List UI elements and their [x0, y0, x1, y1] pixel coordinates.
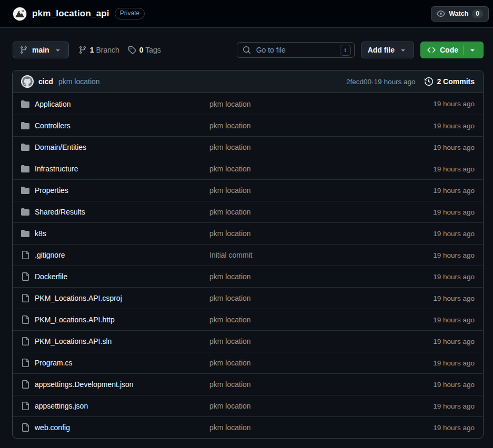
file-name[interactable]: Dockerfile [35, 272, 67, 281]
repo-avatar[interactable] [13, 7, 27, 21]
search-shortcut-hint: t [340, 45, 351, 56]
file-name-cell[interactable]: k8s [21, 229, 209, 238]
file-name-cell[interactable]: appsettings.Development.json [21, 380, 209, 389]
file-name-cell[interactable]: Properties [21, 186, 209, 195]
search-icon [243, 46, 251, 54]
table-row[interactable]: Domain/Entities pkm location 19 hours ag… [13, 136, 483, 158]
file-name[interactable]: Program.cs [35, 359, 73, 367]
file-name[interactable]: PKM_Locations.API.http [35, 315, 115, 324]
file-name[interactable]: Shared/Results [35, 208, 85, 216]
table-row[interactable]: .gitignore Initial commit 19 hours ago [13, 244, 483, 266]
latest-commit-bar: cicd pkm location 2fecd00 · 19 hours ago… [13, 70, 483, 93]
file-commit-message[interactable]: pkm location [209, 380, 433, 389]
commit-author-name[interactable]: cicd [38, 77, 53, 86]
code-button[interactable]: Code [420, 42, 484, 58]
file-name-cell[interactable]: PKM_Locations.API.sln [21, 337, 209, 345]
file-name[interactable]: Properties [35, 186, 68, 195]
file-commit-message[interactable]: pkm location [209, 208, 433, 216]
repo-toolbar: main 1 Branch 0 Tags t Add file [0, 28, 493, 58]
table-row[interactable]: PKM_Locations.API.csproj pkm location 19… [13, 287, 483, 309]
file-name[interactable]: k8s [35, 229, 46, 238]
file-icon [21, 337, 29, 345]
git-branch-icon [78, 46, 87, 54]
commit-message[interactable]: pkm location [58, 77, 100, 86]
branches-link[interactable]: 1 Branch [78, 46, 119, 54]
file-name-cell[interactable]: appsettings.json [21, 402, 209, 410]
file-updated-time: 19 hours ago [433, 381, 475, 389]
add-file-label: Add file [368, 46, 395, 54]
file-updated-time: 19 hours ago [433, 100, 475, 108]
file-name-cell[interactable]: Application [21, 100, 209, 108]
go-to-file-search[interactable]: t [237, 42, 355, 58]
file-name-cell[interactable]: PKM_Locations.API.http [21, 315, 209, 324]
file-name-cell[interactable]: Domain/Entities [21, 143, 209, 151]
app-header: pkm_location_api Private Watch 0 [0, 0, 493, 28]
code-label: Code [440, 46, 458, 54]
file-name[interactable]: .gitignore [35, 251, 65, 259]
file-name-cell[interactable]: Program.cs [21, 359, 209, 367]
toolbar-right-group: t Add file Code [237, 42, 484, 58]
file-icon [21, 380, 29, 389]
file-commit-message[interactable]: Initial commit [209, 251, 433, 259]
file-name-cell[interactable]: .gitignore [21, 251, 209, 259]
file-name-cell[interactable]: Dockerfile [21, 272, 209, 281]
chevron-down-icon [54, 46, 62, 54]
file-name[interactable]: appsettings.json [35, 402, 88, 410]
table-row[interactable]: Controllers pkm location 19 hours ago [13, 115, 483, 136]
file-commit-message[interactable]: pkm location [209, 315, 433, 324]
file-name[interactable]: Controllers [35, 121, 71, 130]
file-commit-message[interactable]: pkm location [209, 272, 433, 281]
table-row[interactable]: Infrastructure pkm location 19 hours ago [13, 158, 483, 179]
commit-history-link[interactable]: 2 Commits [425, 77, 475, 86]
tags-link[interactable]: 0 Tags [128, 46, 161, 54]
table-row[interactable]: appsettings.Development.json pkm locatio… [13, 373, 483, 395]
file-name[interactable]: Application [35, 100, 71, 108]
file-commit-message[interactable]: pkm location [209, 165, 433, 173]
file-commit-message[interactable]: pkm location [209, 121, 433, 130]
table-row[interactable]: Program.cs pkm location 19 hours ago [13, 352, 483, 373]
table-row[interactable]: Shared/Results pkm location 19 hours ago [13, 201, 483, 222]
file-updated-time: 19 hours ago [433, 424, 475, 432]
watch-button[interactable]: Watch 0 [431, 6, 489, 22]
file-name-cell[interactable]: Infrastructure [21, 165, 209, 173]
table-row[interactable]: web.config pkm location 19 hours ago [13, 416, 483, 438]
file-commit-message[interactable]: pkm location [209, 229, 433, 238]
table-row[interactable]: appsettings.json pkm location 19 hours a… [13, 395, 483, 416]
commit-sha[interactable]: 2fecd00 [346, 78, 371, 86]
branch-selector-button[interactable]: main [13, 42, 69, 58]
table-row[interactable]: PKM_Locations.API.http pkm location 19 h… [13, 309, 483, 330]
file-name[interactable]: Domain/Entities [35, 143, 86, 151]
file-name-cell[interactable]: web.config [21, 423, 209, 432]
repo-title[interactable]: pkm_location_api [32, 8, 109, 19]
file-commit-message[interactable]: pkm location [209, 402, 433, 410]
file-updated-time: 19 hours ago [433, 251, 475, 259]
table-row[interactable]: Properties pkm location 19 hours ago [13, 179, 483, 201]
table-row[interactable]: k8s pkm location 19 hours ago [13, 222, 483, 244]
file-name-cell[interactable]: Shared/Results [21, 208, 209, 216]
file-commit-message[interactable]: pkm location [209, 143, 433, 151]
commit-author-avatar[interactable] [21, 75, 34, 88]
table-row[interactable]: Dockerfile pkm location 19 hours ago [13, 266, 483, 287]
chevron-down-icon [468, 46, 477, 54]
file-icon [21, 315, 29, 324]
file-updated-time: 19 hours ago [433, 316, 475, 324]
file-name-cell[interactable]: Controllers [21, 121, 209, 130]
file-name[interactable]: web.config [35, 423, 70, 432]
table-row[interactable]: Application pkm location 19 hours ago [13, 93, 483, 115]
go-to-file-input[interactable] [255, 45, 336, 55]
eye-icon [437, 9, 445, 18]
table-row[interactable]: PKM_Locations.API.sln pkm location 19 ho… [13, 330, 483, 352]
file-name[interactable]: appsettings.Development.json [35, 380, 134, 389]
folder-icon [21, 121, 29, 130]
file-commit-message[interactable]: pkm location [209, 100, 433, 108]
file-name[interactable]: Infrastructure [35, 165, 78, 173]
add-file-button[interactable]: Add file [361, 42, 414, 58]
file-commit-message[interactable]: pkm location [209, 294, 433, 302]
file-name[interactable]: PKM_Locations.API.sln [35, 337, 112, 345]
file-name[interactable]: PKM_Locations.API.csproj [35, 294, 122, 302]
file-name-cell[interactable]: PKM_Locations.API.csproj [21, 294, 209, 302]
file-commit-message[interactable]: pkm location [209, 186, 433, 195]
file-commit-message[interactable]: pkm location [209, 337, 433, 345]
file-commit-message[interactable]: pkm location [209, 359, 433, 367]
file-commit-message[interactable]: pkm location [209, 423, 433, 432]
